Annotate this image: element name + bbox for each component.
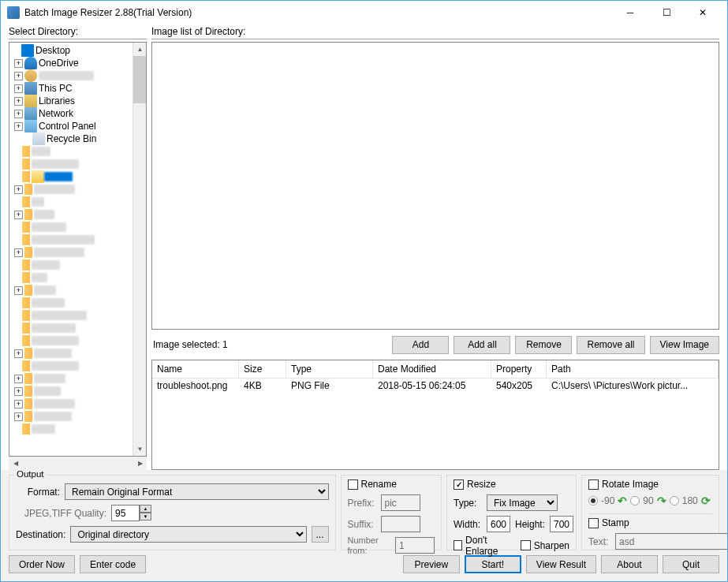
sharpen-label: Sharpen	[534, 540, 569, 551]
number-input	[395, 537, 435, 554]
th-path[interactable]: Path	[547, 360, 719, 378]
close-button[interactable]: ✕	[685, 1, 721, 24]
tree-network[interactable]: Network	[39, 108, 73, 119]
sharpen-checkbox[interactable]	[521, 540, 531, 550]
quit-button[interactable]: Quit	[663, 555, 719, 573]
tree-scrollbar-vertical[interactable]: ▲ ▼	[133, 43, 146, 456]
title-bar: Batch Image Resizer 2.88(Trial Version) …	[1, 1, 727, 24]
network-icon	[24, 107, 37, 120]
th-date[interactable]: Date Modified	[373, 360, 491, 378]
expand-icon[interactable]: +	[14, 72, 23, 80]
resize-type-select[interactable]: Fix Image	[487, 494, 558, 511]
tree-libraries[interactable]: Libraries	[39, 95, 75, 106]
rotate-checkbox[interactable]	[588, 479, 599, 490]
td-size: 4KB	[239, 379, 286, 394]
quality-input[interactable]	[111, 505, 140, 521]
remove-button[interactable]: Remove	[515, 336, 572, 354]
stamp-text-input	[615, 533, 728, 550]
resize-checkbox[interactable]	[454, 479, 464, 490]
controlpanel-icon	[24, 120, 37, 132]
preview-button[interactable]: Preview	[403, 555, 460, 573]
width-label: Width:	[454, 519, 482, 530]
order-now-button[interactable]: Order Now	[9, 555, 75, 573]
browse-button[interactable]: ...	[312, 526, 329, 543]
prefix-input	[381, 494, 420, 511]
th-type[interactable]: Type	[286, 360, 373, 378]
expand-icon[interactable]: +	[14, 59, 23, 68]
suffix-label: Suffix:	[348, 519, 376, 530]
format-label: Format:	[16, 487, 60, 498]
tree-desktop[interactable]: Desktop	[35, 45, 70, 56]
type-label: Type:	[454, 498, 482, 509]
expand-icon[interactable]: +	[14, 84, 23, 93]
rotate-right-icon: ↷	[657, 494, 666, 507]
directory-tree[interactable]: Desktop +OneDrive + +This PC +Libraries …	[9, 42, 147, 457]
minimize-button[interactable]: ─	[612, 1, 648, 24]
width-input[interactable]	[487, 516, 510, 532]
recyclebin-icon	[32, 132, 45, 145]
file-table[interactable]: Name Size Type Date Modified Property Pa…	[151, 360, 719, 470]
td-name: troubleshoot.png	[152, 379, 239, 394]
td-date: 2018-05-15 06:24:05	[373, 379, 491, 394]
about-button[interactable]: About	[601, 555, 658, 573]
quality-spinner[interactable]: ▲▼	[111, 505, 151, 521]
rename-checkbox-label: Rename	[361, 479, 397, 490]
td-property: 540x205	[491, 379, 547, 394]
blurred-item	[39, 71, 94, 80]
add-button[interactable]: Add	[392, 336, 449, 354]
th-name[interactable]: Name	[152, 360, 239, 378]
tree-controlpanel[interactable]: Control Panel	[39, 121, 96, 132]
height-input[interactable]	[550, 516, 573, 532]
cloud-icon	[24, 57, 37, 69]
resize-checkbox-label: Resize	[467, 479, 496, 490]
add-all-button[interactable]: Add all	[454, 336, 510, 354]
libraries-icon	[24, 95, 37, 107]
tree-onedrive[interactable]: OneDrive	[39, 58, 79, 69]
prefix-label: Prefix:	[348, 498, 376, 509]
enter-code-button[interactable]: Enter code	[80, 555, 146, 573]
tree-scrollbar-horizontal[interactable]: ◀ ▶	[9, 457, 147, 470]
window-title: Batch Image Resizer 2.88(Trial Version)	[24, 7, 612, 18]
th-property[interactable]: Property	[491, 360, 547, 378]
start-button[interactable]: Start!	[465, 555, 521, 573]
app-icon	[7, 6, 20, 19]
expand-icon[interactable]: +	[14, 110, 23, 118]
stamp-checkbox-label: Stamp	[602, 517, 629, 528]
expand-icon[interactable]: +	[14, 122, 23, 131]
table-row[interactable]: troubleshoot.png 4KB PNG File 2018-05-15…	[152, 379, 719, 394]
pc-icon	[24, 82, 37, 95]
tree-thispc[interactable]: This PC	[39, 83, 73, 94]
td-path: C:\Users\ \Pictures\Work pictur...	[547, 379, 719, 394]
number-label: Number from:	[348, 535, 390, 554]
rename-group: Rename Prefix: Suffix: Number from:	[341, 475, 442, 550]
rotate-180-icon: ⟳	[701, 494, 711, 507]
quality-label: JPEG,TIFF Quality:	[16, 508, 106, 519]
td-type: PNG File	[286, 379, 373, 394]
stamp-text-label: Text:	[588, 536, 610, 547]
select-directory-label: Select Directory:	[9, 24, 147, 39]
image-list-label: Image list of Directory:	[151, 24, 719, 39]
view-result-button[interactable]: View Result	[526, 555, 596, 573]
rotate-left-icon: ↶	[618, 494, 627, 507]
th-size[interactable]: Size	[239, 360, 286, 378]
stamp-checkbox[interactable]	[588, 518, 599, 528]
destination-select[interactable]: Original directory	[70, 526, 306, 543]
image-preview-area	[151, 42, 719, 330]
rotate-180-radio	[670, 496, 679, 506]
format-select[interactable]: Remain Original Format	[65, 483, 329, 500]
expand-icon[interactable]: +	[14, 97, 23, 106]
rotate-stamp-group: Rotate Image -90↶ 90↷ 180⟳ Stamp Text: F…	[581, 475, 719, 550]
dont-enlarge-label: Don't Enlarge	[465, 535, 513, 557]
user-icon	[24, 69, 37, 82]
rename-checkbox[interactable]	[348, 479, 358, 490]
spin-down-icon[interactable]: ▼	[140, 513, 151, 520]
output-group: Output Format: Remain Original Format JP…	[9, 475, 336, 550]
spin-up-icon[interactable]: ▲	[140, 505, 151, 513]
view-image-button[interactable]: View Image	[650, 336, 719, 354]
suffix-input	[381, 516, 420, 532]
output-group-title: Output	[14, 469, 47, 479]
tree-recyclebin[interactable]: Recycle Bin	[47, 133, 96, 144]
maximize-button[interactable]: ☐	[648, 1, 685, 24]
remove-all-button[interactable]: Remove all	[577, 336, 644, 354]
dont-enlarge-checkbox[interactable]	[454, 540, 462, 550]
